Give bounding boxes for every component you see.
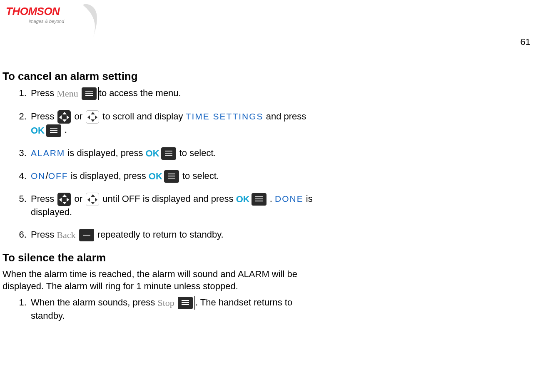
step-6: Press Back repeatedly to return to stand… (29, 228, 327, 241)
steps-silence-alarm: When the alarm sounds, press Stop . The … (29, 296, 327, 322)
logo: THOMSON images & beyond (6, 5, 97, 38)
highlight-done: DONE (275, 194, 304, 203)
back-button-icon (79, 229, 94, 241)
step-3: ALARM is displayed, press OK to select. (29, 147, 327, 160)
ok-button-icon (161, 147, 176, 160)
ok-button-icon (46, 124, 61, 137)
dpad-light-icon (86, 110, 99, 124)
highlight-time-settings: TIME SETTINGS (186, 112, 264, 121)
stop-label: Stop (157, 298, 174, 308)
step-4: ON/OFF is displayed, press OK to select. (29, 170, 327, 183)
dpad-light-icon (86, 193, 99, 206)
stop-button-icon (178, 297, 193, 309)
step-5: Press or until OFF is displayed and pres… (29, 193, 327, 218)
menu-button-icon (82, 87, 97, 100)
dpad-dark-icon (57, 110, 71, 124)
ok-label: OK (146, 148, 159, 159)
highlight-alarm: ALARM (31, 148, 65, 158)
heading-silence-alarm: To silence the alarm (2, 251, 327, 264)
ok-button-icon (164, 170, 179, 183)
dpad-dark-icon (57, 193, 71, 206)
ok-label: OK (149, 171, 162, 181)
ok-label: OK (236, 194, 250, 204)
highlight-off: OFF (48, 171, 68, 181)
step-2: Press or to scroll and display TIME SETT… (29, 110, 327, 136)
page-number: 61 (521, 37, 531, 47)
content: To cancel an alarm setting Press Menu to… (2, 62, 327, 332)
ok-button-icon (252, 193, 266, 206)
silence-step-1: When the alarm sounds, press Stop . The … (29, 296, 327, 322)
logo-swoosh-icon (81, 2, 106, 39)
steps-cancel-alarm: Press Menu to access the menu. Press or … (29, 87, 327, 241)
silence-alarm-paragraph: When the alarm time is reached, the alar… (2, 268, 327, 292)
ok-label: OK (31, 125, 45, 136)
step-1: Press Menu to access the menu. (29, 87, 327, 100)
highlight-on: ON (31, 171, 46, 181)
back-label: Back (57, 230, 75, 240)
heading-cancel-alarm: To cancel an alarm setting (2, 70, 327, 83)
menu-label: Menu (57, 88, 78, 99)
